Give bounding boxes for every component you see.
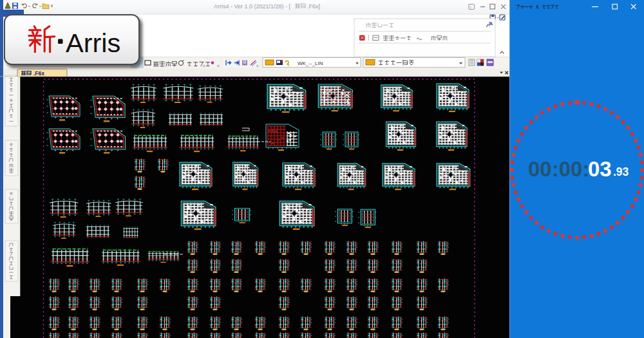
svg-text:Arris4 - Ver 1.0 (2021/1/28) -: Arris4 - Ver 1.0 (2021/1/28) - [ bbox=[214, 3, 291, 10]
svg-text:00:00:: 00:00: bbox=[528, 157, 589, 181]
svg-text:.F6x: .F6x bbox=[33, 70, 44, 77]
svg-text:03: 03 bbox=[588, 157, 612, 181]
svg-text:Arris: Arris bbox=[66, 28, 120, 58]
svg-text:.93: .93 bbox=[613, 165, 629, 178]
svg-text:i: i bbox=[470, 5, 471, 9]
svg-text:WK_--_LIN: WK_--_LIN bbox=[298, 61, 323, 66]
svg-text:.F6x]: .F6x] bbox=[307, 3, 320, 10]
